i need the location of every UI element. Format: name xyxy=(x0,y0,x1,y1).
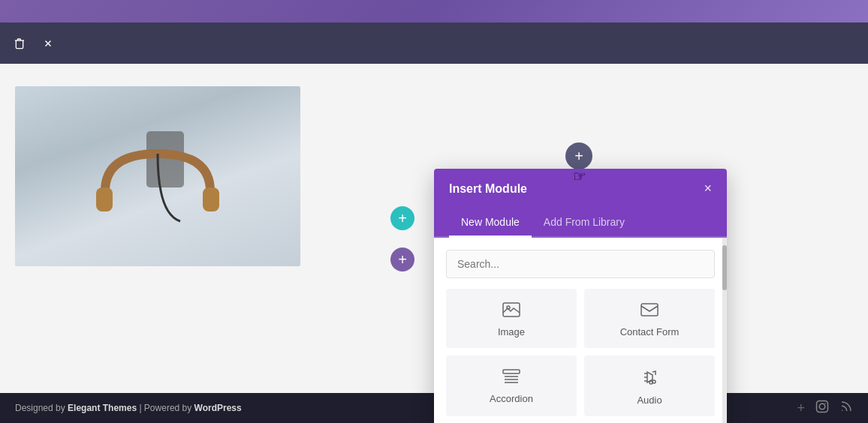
accordion-module-icon xyxy=(502,369,520,387)
modules-grid: Image Contact Form xyxy=(446,289,715,423)
wordpress-link[interactable]: WordPress xyxy=(194,403,242,413)
svg-rect-23 xyxy=(817,401,828,412)
main-content: + + + Insert Module × New Module Add Fro… xyxy=(0,64,868,393)
dialog-header: Insert Module × xyxy=(434,169,727,208)
svg-point-16 xyxy=(653,380,656,383)
close-toolbar-icon[interactable] xyxy=(38,33,59,54)
rss-icon[interactable] xyxy=(839,400,853,416)
svg-point-26 xyxy=(842,410,843,412)
dialog-body: Image Contact Form xyxy=(434,238,727,423)
contact-form-module-icon xyxy=(640,302,659,320)
image-module-icon xyxy=(502,302,520,320)
add-module-trigger-button[interactable]: + xyxy=(565,142,592,170)
module-item-contact-form[interactable]: Contact Form xyxy=(584,289,715,348)
tab-new-module[interactable]: New Module xyxy=(449,208,532,238)
svg-rect-8 xyxy=(503,370,520,374)
footer-designed-by: Designed by xyxy=(15,403,68,413)
svg-rect-7 xyxy=(641,304,658,316)
footer-separator: | Powered by xyxy=(137,403,194,413)
svg-rect-3 xyxy=(96,188,113,212)
dialog-close-button[interactable]: × xyxy=(704,181,712,196)
tab-add-from-library[interactable]: Add From Library xyxy=(532,208,637,238)
svg-rect-4 xyxy=(203,188,219,212)
module-label-image: Image xyxy=(498,326,525,338)
audio-module-icon xyxy=(640,369,659,388)
plus-social-icon[interactable]: + xyxy=(797,400,805,416)
instagram-icon[interactable] xyxy=(815,400,829,416)
toolbar xyxy=(0,22,868,64)
footer-social-icons: + xyxy=(797,400,853,416)
module-item-audio[interactable]: Audio xyxy=(584,356,715,416)
add-row-button-teal[interactable]: + xyxy=(390,206,414,230)
dialog-tabs: New Module Add From Library xyxy=(434,208,727,238)
image-block xyxy=(15,86,300,266)
insert-module-dialog: Insert Module × New Module Add From Libr… xyxy=(434,169,727,423)
add-row-button-purple[interactable]: + xyxy=(390,248,414,272)
module-item-image[interactable]: Image xyxy=(446,289,577,348)
module-item-accordion[interactable]: Accordion xyxy=(446,356,577,416)
elegant-themes-link[interactable]: Elegant Themes xyxy=(68,403,137,413)
svg-point-25 xyxy=(824,403,826,404)
svg-point-24 xyxy=(819,404,825,410)
dialog-title: Insert Module xyxy=(449,182,527,196)
module-label-contact-form: Contact Form xyxy=(620,326,680,338)
top-gradient-bar xyxy=(0,0,868,22)
delete-icon[interactable] xyxy=(9,33,30,54)
module-label-accordion: Accordion xyxy=(490,393,533,404)
footer-credit: Designed by Elegant Themes | Powered by … xyxy=(15,403,242,413)
module-search-input[interactable] xyxy=(446,250,715,278)
module-label-audio: Audio xyxy=(637,394,662,406)
